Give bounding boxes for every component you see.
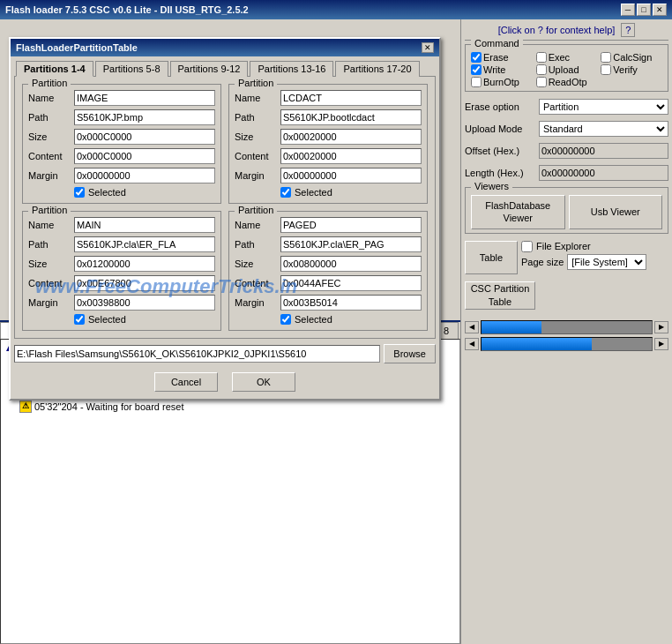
field-input-path-4[interactable] [280, 236, 422, 252]
field-input-margin-1[interactable] [74, 168, 215, 183]
cb-write-input[interactable] [471, 64, 482, 75]
field-input-name-1[interactable] [74, 90, 215, 106]
selected-checkbox-4[interactable] [280, 314, 291, 325]
usb-viewer-button[interactable]: Usb Viewer [569, 195, 663, 229]
offset-hex-label: Offset (Hex.) [465, 146, 535, 156]
selected-checkbox-1[interactable] [74, 187, 85, 198]
left-area: www.FreeComputerTricks.in FlashLoaderPar… [0, 19, 460, 644]
csc-partition-button[interactable]: CSC PartitionTable [465, 281, 535, 310]
cb-burnotp-input[interactable] [471, 77, 482, 87]
scroll-left-2[interactable]: ◀ [465, 338, 479, 350]
cb-erase-input[interactable] [471, 52, 482, 63]
ok-button[interactable]: OK [232, 372, 295, 392]
cb-write-label: Write [483, 64, 505, 75]
cb-calcsign: CalcSign [601, 52, 662, 63]
field-row-size-2: Size [235, 129, 422, 145]
warn-icon-5: ⚠ [19, 401, 32, 413]
partition-legend-2: Partition [235, 78, 277, 88]
erase-option-row: Erase option Partition [465, 99, 668, 115]
cancel-button[interactable]: Cancel [154, 372, 218, 392]
page-size-select[interactable]: [File System] [567, 254, 646, 270]
title-bar: Flash loader 7.5.3 CSC v0.6 Lite - DII U… [0, 0, 672, 19]
erase-option-label: Erase option [465, 101, 535, 112]
file-explorer-area: File Explorer Page size [File System] [521, 241, 668, 270]
csc-area: CSC PartitionTable [465, 281, 668, 310]
cb-verify-input[interactable] [601, 64, 611, 75]
field-input-size-4[interactable] [280, 256, 422, 272]
page-size-label: Page size [521, 257, 564, 267]
field-input-content-1[interactable] [74, 148, 215, 164]
field-row-content-4: Content [235, 275, 422, 291]
help-icon[interactable]: ? [621, 23, 635, 37]
field-input-content-4[interactable] [280, 275, 422, 291]
file-explorer-checkbox[interactable] [521, 241, 533, 252]
field-input-path-2[interactable] [280, 109, 422, 125]
tab-partitions-9-12[interactable]: Partitions 9-12 [170, 61, 249, 77]
selected-checkbox-3[interactable] [74, 314, 85, 325]
field-input-margin-4[interactable] [280, 295, 422, 311]
field-label-path-3: Path [28, 239, 71, 250]
close-button[interactable]: ✕ [653, 4, 667, 16]
cb-calcsign-label: CalcSign [613, 52, 652, 63]
maximize-button[interactable]: □ [637, 4, 651, 16]
field-input-margin-2[interactable] [280, 168, 422, 183]
length-hex-label: Length (Hex.) [465, 168, 535, 178]
cb-burnotp-label: BurnOtp [483, 77, 519, 87]
tab-partitions-13-16[interactable]: Partitions 13-16 [250, 61, 333, 77]
scroll-left-1[interactable]: ◀ [465, 321, 479, 333]
field-input-content-2[interactable] [280, 148, 422, 164]
field-input-size-2[interactable] [280, 129, 422, 145]
field-row-size-3: Size [28, 256, 215, 272]
field-input-size-3[interactable] [74, 256, 215, 272]
field-label-path-4: Path [235, 239, 277, 250]
command-legend: Command [471, 38, 523, 49]
scroll-right-2[interactable]: ▶ [654, 338, 668, 350]
field-input-path-3[interactable] [74, 236, 215, 252]
field-input-path-1[interactable] [74, 109, 215, 125]
path-input[interactable] [14, 345, 380, 363]
field-input-size-1[interactable] [74, 129, 215, 145]
progress-area: ◀ ▶ ◀ ▶ [465, 320, 668, 351]
tab-bar: Partitions 1-4 Partitions 5-8 Partitions… [11, 56, 439, 76]
erase-option-select[interactable]: Partition [539, 99, 668, 115]
cb-upload-input[interactable] [536, 64, 547, 75]
dialog-title-text: FlashLoaderPartitionTable [16, 42, 138, 53]
selected-checkbox-2[interactable] [280, 187, 291, 198]
field-input-name-4[interactable] [280, 217, 422, 233]
upload-mode-label: Upload Mode [465, 124, 535, 134]
cb-calcsign-input[interactable] [601, 52, 611, 63]
scroll-right-1[interactable]: ▶ [654, 321, 668, 333]
tab-partitions-17-20[interactable]: Partitions 17-20 [335, 61, 419, 77]
offset-hex-input[interactable] [539, 143, 668, 159]
viewers-group: Viewers FlashDatabaseViewer Usb Viewer [465, 187, 668, 234]
tab-partitions-5-8[interactable]: Partitions 5-8 [95, 61, 168, 77]
field-input-margin-3[interactable] [74, 295, 215, 311]
cb-upload-label: Upload [549, 64, 579, 75]
upload-mode-select[interactable]: Standard [539, 121, 668, 137]
main-area: www.FreeComputerTricks.in FlashLoaderPar… [0, 19, 672, 644]
field-label-margin-4: Margin [235, 297, 277, 308]
command-checkboxes: Erase Exec CalcSign Write Upload [471, 52, 662, 87]
offset-hex-row: Offset (Hex.) [465, 143, 668, 159]
length-hex-input[interactable] [539, 165, 668, 181]
cb-erase-label: Erase [483, 52, 509, 63]
tab-partitions-1-4[interactable]: Partitions 1-4 [16, 61, 93, 77]
field-input-content-3[interactable] [74, 275, 215, 291]
viewers-grid: FlashDatabaseViewer Usb Viewer [471, 195, 662, 229]
checkbox-row-1: Selected [28, 187, 215, 198]
minimize-button[interactable]: ─ [621, 4, 635, 16]
selected-label-2: Selected [295, 187, 332, 198]
browse-button[interactable]: Browse [384, 344, 436, 363]
selected-label-1: Selected [88, 187, 126, 198]
field-input-name-2[interactable] [280, 90, 422, 106]
table-button[interactable]: Table [465, 241, 518, 274]
partition-group-2: Partition Name Path Size [228, 84, 428, 204]
field-row-name-2: Name [235, 90, 422, 106]
cb-readotp-label: ReadOtp [549, 77, 587, 87]
cb-readotp-input[interactable] [536, 77, 547, 87]
field-row-name-3: Name [28, 217, 215, 233]
dialog-close-button[interactable]: ✕ [422, 42, 434, 53]
flash-db-viewer-button[interactable]: FlashDatabaseViewer [471, 195, 565, 229]
field-input-name-3[interactable] [74, 217, 215, 233]
cb-exec-input[interactable] [536, 52, 547, 63]
